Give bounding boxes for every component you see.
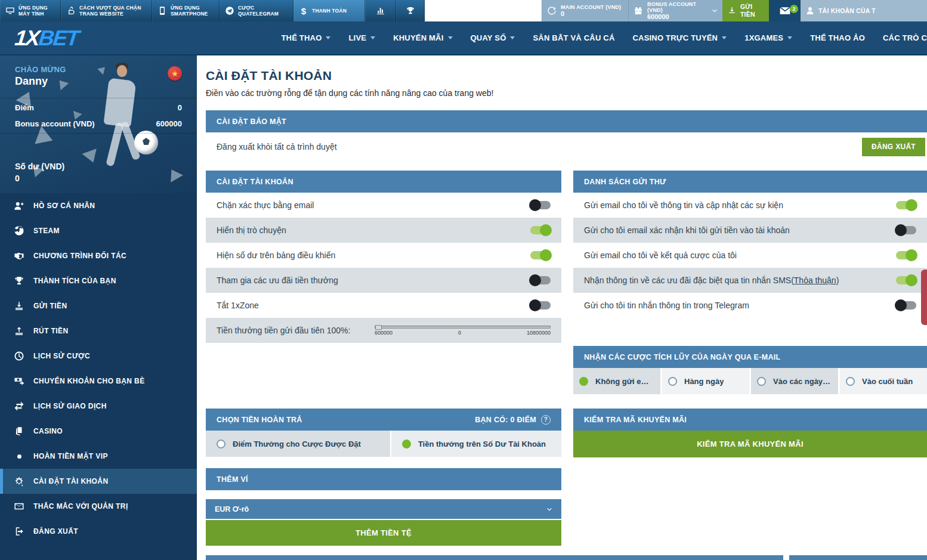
toggle-switch[interactable]	[896, 201, 916, 209]
bonus-label: Bonus account (VND)	[15, 119, 95, 128]
bonus-account-text: BONUS ACCOUNT (VND) 600000	[647, 1, 707, 20]
help-icon[interactable]: ?	[541, 415, 551, 425]
nav-item-online-casino[interactable]: CASINO TRỰC TUYẾN	[632, 33, 727, 42]
envelope-icon	[779, 5, 791, 17]
bonus-row: Bonus account (VND) 600000	[0, 119, 197, 128]
sidebar-item-withdraw[interactable]: RÚT TIỀN	[0, 318, 197, 344]
main-content: CÀI ĐẶT TÀI KHOẢN Điền vào các trường rỗ…	[197, 55, 927, 560]
sidebar-item-contact-admin[interactable]: THẮC MẮC VỚI QUẢN TRỊ	[0, 494, 197, 519]
toggle-switch[interactable]	[530, 226, 551, 234]
logo-part-1: 1X	[14, 26, 40, 50]
main-account-label: MAIN ACCOUNT (VND)	[561, 4, 621, 10]
radio-button[interactable]	[402, 440, 411, 448]
transactions-icon	[13, 400, 25, 412]
sidebar-item-account-settings[interactable]: CÀI ĐẶT TÀI KHOẢN	[0, 469, 197, 494]
nav-item-promotions[interactable]: KHUYẾN MÃI	[393, 33, 452, 42]
main-account-cell[interactable]: MAIN ACCOUNT (VND) 0	[542, 0, 628, 21]
cashback-option[interactable]: Điểm Thưởng cho Cược Được Đặt	[206, 431, 390, 457]
telegram-icon	[225, 6, 234, 16]
download-icon	[727, 6, 737, 16]
toggle-row: Chặn xác thực bằng email	[206, 193, 561, 218]
toggle-switch[interactable]	[530, 251, 551, 259]
nav-item-sports[interactable]: THỂ THAO	[281, 33, 330, 42]
nav-item-games[interactable]: CÁC TRÒ C	[883, 33, 927, 42]
toggle-switch[interactable]	[896, 301, 916, 310]
topbar-link-smartphone-app[interactable]: ỨNG DỤNG SMARTPHONE	[152, 0, 220, 21]
bonus-account-cell[interactable]: BONUS ACCOUNT (VND) 600000	[628, 0, 722, 21]
radio-button[interactable]	[668, 377, 677, 386]
toggle-switch[interactable]	[896, 251, 916, 259]
check-promo-code-button[interactable]: KIỂM TRA MÃ KHUYẾN MÃI	[573, 431, 927, 457]
toggle-switch[interactable]	[896, 226, 916, 234]
sidebar-item-achievements[interactable]: THÀNH TÍCH CỦA BẠN	[0, 268, 197, 293]
points-balance-text: BẠN CÓ: 0 ĐIỂM	[475, 416, 536, 424]
nav-item-1xgames[interactable]: 1XGAMES	[744, 33, 792, 42]
sidebar-item-deposit[interactable]: GỬI TIỀN	[0, 293, 197, 318]
sidebar-item-transaction-history[interactable]: LỊCH SỬ GIAO DỊCH	[0, 394, 197, 419]
cashback-options: Điểm Thưởng cho Cược Được Đặt Tiền thưởn…	[206, 431, 561, 457]
currency-select[interactable]: EUR Ơ-rô	[206, 499, 561, 519]
radio-button[interactable]	[579, 377, 588, 386]
trophy-icon	[13, 275, 25, 287]
accumulator-option[interactable]: Vào cuối tuần	[840, 368, 927, 394]
bonus-slider[interactable]: 600000 0 10800000	[375, 326, 551, 336]
slider-track[interactable]	[375, 326, 551, 329]
nav-item-hunting-fishing[interactable]: SĂN BẮT VÀ CÂU CÁ	[533, 33, 614, 42]
accumulator-option[interactable]: Không gửi email	[573, 368, 660, 394]
my-account-button[interactable]: TÀI KHOẢN CỦA T	[801, 0, 927, 21]
brand-logo[interactable]: 1XBET	[14, 26, 79, 51]
sidebar-item-partner-program[interactable]: CHƯƠNG TRÌNH ĐỐI TÁC	[0, 243, 197, 268]
topbar-link-desktop-app[interactable]: ỨNG DỤNG MÁY TÍNH	[0, 0, 61, 21]
points-label: Điểm	[15, 103, 34, 112]
sidebar-item-casino[interactable]: CASINO	[0, 419, 197, 444]
accumulator-option[interactable]: Vào các ngày tr...	[751, 368, 838, 394]
dollar-icon: $	[299, 6, 308, 16]
vietnam-flag-icon: ★	[168, 66, 182, 81]
topbar-link-payments[interactable]: $ THANH TOÁN	[293, 0, 365, 21]
radio-button[interactable]	[757, 377, 766, 386]
deposit-button[interactable]: GỬI TIỀN	[722, 0, 769, 21]
toggle-row: Gửi cho tôi tin nhắn thông tin trong Tel…	[573, 293, 927, 318]
topbar-link-unblock-website[interactable]: CÁCH VƯỢT QUA CHẶN TRANG WEBSITE	[61, 0, 152, 21]
add-currency-button[interactable]: THÊM TIỀN TỆ	[206, 520, 561, 546]
toggle-row: Hiện số dư trên bảng điều khiển	[206, 243, 561, 268]
settings-columns: CÀI ĐẶT TÀI KHOẢN Chặn xác thực bằng ema…	[206, 171, 927, 546]
accumulator-option[interactable]: Hàng ngày	[662, 368, 749, 394]
slider-handle[interactable]	[375, 325, 382, 330]
sidebar-item-transfer-to-friends[interactable]: CHUYỂN KHOẢN CHO BẠN BÈ	[0, 369, 197, 394]
nav-item-lottery[interactable]: QUAY SỐ	[471, 33, 515, 42]
nav-item-live[interactable]: LIVE	[348, 33, 375, 42]
toggle-switch[interactable]	[530, 201, 551, 209]
sidebar-item-profile[interactable]: HỒ SƠ CÁ NHÂN	[0, 193, 197, 218]
radio-button[interactable]	[217, 440, 225, 448]
cashback-option[interactable]: Tiền thưởng trên Số Dư Tài Khoản	[391, 431, 561, 457]
radio-button[interactable]	[846, 377, 855, 386]
messages-button[interactable]: 2	[769, 0, 801, 21]
sidebar-item-steam[interactable]: STEAM	[0, 218, 197, 243]
feedback-side-tab[interactable]	[921, 270, 927, 325]
left-column: CÀI ĐẶT TÀI KHOẢN Chặn xác thực bằng ema…	[206, 171, 561, 546]
toggle-switch[interactable]	[896, 276, 916, 284]
security-row: Đăng xuất khỏi tất cả trình duyệt ĐĂNG X…	[206, 132, 927, 161]
topbar-link-telegram-bets[interactable]: CƯỢC QUATELEGRAM	[220, 0, 293, 21]
sidebar-item-logout[interactable]: ĐĂNG XUẤT	[0, 519, 197, 544]
player-image	[106, 122, 124, 167]
sidebar-item-vip-cashback[interactable]: HOÀN TIỀN MẶT VIP	[0, 444, 197, 469]
chevron-down-icon	[546, 506, 552, 512]
topbar-tournament-button[interactable]	[396, 0, 425, 21]
bonus-value: 600000	[156, 119, 182, 128]
logout-all-button[interactable]: ĐĂNG XUẤT	[862, 138, 925, 156]
sidebar-item-bet-history[interactable]: LỊCH SỬ CƯỢC	[0, 344, 197, 369]
sms-agreement-link[interactable]: Thỏa thuận	[794, 276, 836, 285]
toggle-switch[interactable]	[530, 276, 551, 284]
chevron-down-icon	[712, 8, 718, 14]
topbar-spacer	[425, 0, 542, 21]
toggle-switch[interactable]	[530, 301, 551, 310]
add-wallet-header: THÊM VÍ	[206, 468, 561, 490]
clock-icon	[13, 350, 25, 362]
toggle-label: Nhận thông tin về các ưu đãi đặc biệt qu…	[584, 276, 845, 285]
mailing-rows: Gửi email cho tôi về thông tin và cập nh…	[573, 193, 927, 318]
topbar-statistics-button[interactable]	[365, 0, 396, 21]
points-value: 0	[178, 103, 182, 112]
nav-item-virtual-sports[interactable]: THỂ THAO ẢO	[810, 33, 865, 42]
